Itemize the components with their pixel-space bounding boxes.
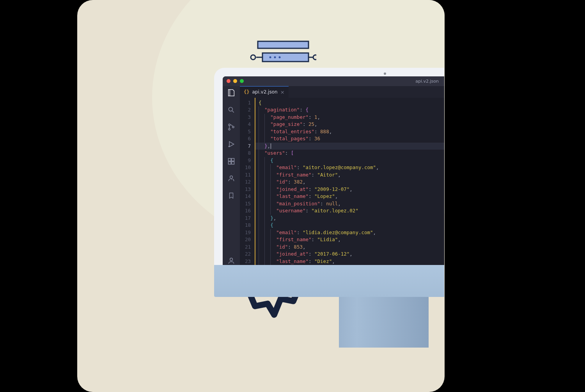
svg-rect-26 <box>229 162 231 164</box>
svg-point-20 <box>229 124 230 125</box>
close-window-button[interactable] <box>227 79 230 83</box>
maximize-window-button[interactable] <box>240 79 244 83</box>
activity-bar <box>223 86 240 265</box>
minimize-window-button[interactable] <box>233 79 237 83</box>
code-content: { "pagination": { "page_number": 1, "pag… <box>255 98 444 265</box>
tab-bar: {} api.v2.json × <box>240 86 444 98</box>
imac-bezel: api.v2.json <box>214 68 444 265</box>
svg-point-23 <box>229 146 230 147</box>
search-icon[interactable] <box>227 106 236 114</box>
titlebar: api.v2.json <box>223 76 444 86</box>
svg-point-21 <box>229 129 230 130</box>
svg-rect-0 <box>258 41 308 48</box>
code-editor-window: api.v2.json <box>223 76 444 265</box>
svg-rect-24 <box>229 158 231 161</box>
svg-point-29 <box>230 258 233 261</box>
json-file-icon: {} <box>244 89 249 95</box>
tab-label: api.v2.json <box>252 89 277 95</box>
svg-point-22 <box>232 126 234 128</box>
imac-stand <box>339 297 429 348</box>
window-controls <box>227 79 244 83</box>
run-debug-icon[interactable] <box>227 140 236 148</box>
source-control-icon[interactable] <box>227 123 236 131</box>
line-number-gutter: 123456789101112131415161718192021222324 <box>240 98 255 265</box>
imac-device: api.v2.json <box>214 68 448 392</box>
svg-point-19 <box>229 107 232 111</box>
tab-api-v2-json[interactable]: {} api.v2.json × <box>240 86 289 98</box>
svg-point-14 <box>251 55 255 60</box>
camera-dot <box>384 72 386 75</box>
extensions-icon[interactable] <box>227 157 236 166</box>
svg-point-28 <box>230 176 233 178</box>
svg-point-5 <box>269 57 271 58</box>
account-icon[interactable] <box>227 256 236 265</box>
bookmarks-icon[interactable] <box>227 191 236 200</box>
svg-rect-27 <box>232 162 234 164</box>
window-title: api.v2.json <box>415 79 439 84</box>
imac-chin <box>214 265 444 297</box>
svg-point-7 <box>279 57 281 58</box>
explorer-icon[interactable] <box>227 88 236 97</box>
close-tab-button[interactable]: × <box>280 89 285 95</box>
editor-text-area[interactable]: 123456789101112131415161718192021222324 … <box>240 98 444 265</box>
remote-icon[interactable] <box>227 174 236 183</box>
svg-rect-25 <box>232 158 234 161</box>
svg-point-17 <box>313 55 316 60</box>
svg-point-6 <box>274 57 276 58</box>
